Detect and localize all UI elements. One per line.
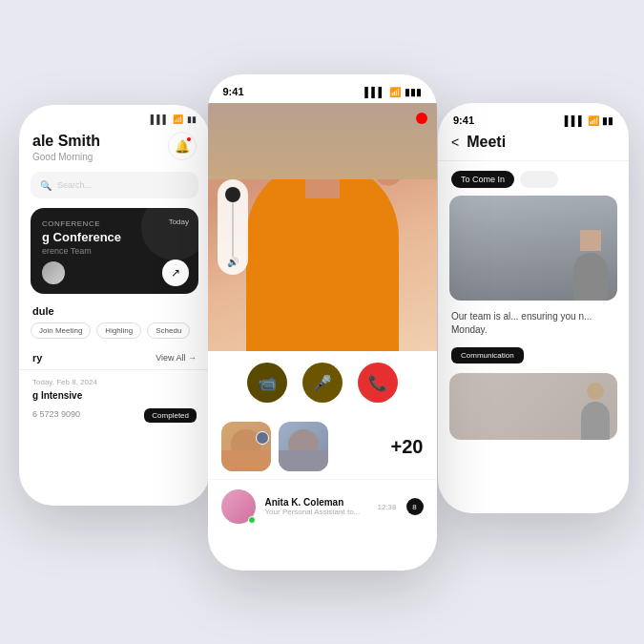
participant-count: +20 [391, 436, 424, 458]
right-battery-icon: ▮▮ [602, 115, 613, 126]
volume-slider[interactable]: 🔊 [218, 179, 248, 275]
conference-arrow-button[interactable]: ↗ [162, 260, 189, 286]
participant-body-2 [279, 450, 328, 471]
right-time: 9:41 [453, 114, 474, 126]
chat-name: Anita K. Coleman [265, 497, 368, 508]
conference-tag: Today [169, 218, 189, 226]
card-person-body [573, 253, 608, 301]
page-title: Meeti [467, 134, 506, 151]
video-off-icon: 📹 [258, 374, 277, 392]
participant-thumb-2 [279, 422, 328, 471]
right-signal-icon: ▌▌▌ [565, 115, 585, 126]
notification-dot [186, 136, 192, 142]
history-header: ry View All → [19, 348, 210, 369]
participant-body-1 [221, 450, 271, 471]
end-call-icon: 📞 [368, 374, 387, 392]
conference-avatar [42, 261, 65, 284]
center-battery-icon: ▮▮▮ [405, 87, 422, 97]
completed-button[interactable]: Completed [144, 408, 197, 423]
meeting-card-2 [449, 373, 617, 440]
right-wifi-icon: 📶 [588, 115, 599, 126]
participant-thumb-1 [221, 422, 271, 471]
call-controls: 📹 🎤 📞 [208, 351, 437, 414]
communication-badge: Communication [451, 347, 524, 364]
tab-row: To Come In [438, 161, 629, 196]
user-header: ale Smith Good Morning 🔔 [19, 128, 210, 172]
history-title: ry [32, 352, 42, 364]
back-button[interactable]: < [451, 135, 459, 150]
right-header: < Meeti [438, 134, 629, 161]
video-area: 🔊 [208, 103, 437, 351]
meeting-card2-person [581, 383, 610, 440]
chat-info: Anita K. Coleman Your Personal Assistant… [265, 497, 368, 516]
user-info: ale Smith Good Morning [32, 132, 100, 162]
history-item: Today, Feb 8, 2024 g Intensive 6 5723 90… [19, 369, 210, 430]
meeting-description: Our team is al... ensuring you n... Mond… [438, 310, 629, 344]
filter-schedule[interactable]: Schedu [147, 322, 190, 339]
search-bar[interactable]: 🔍 Search... [31, 172, 198, 198]
participant-badge [256, 431, 269, 445]
search-icon: 🔍 [40, 180, 52, 191]
mic-icon: 🎤 [313, 374, 332, 392]
conference-card[interactable]: Conference g Conference erence Team Toda… [31, 208, 198, 294]
video-toggle-button[interactable]: 📹 [247, 363, 287, 403]
right-status-bar: 9:41 ▌▌▌ 📶 ▮▮ [438, 103, 629, 134]
user-greeting: Good Morning [32, 152, 100, 162]
card2-person-body [581, 402, 610, 440]
chat-row[interactable]: Anita K. Coleman Your Personal Assistant… [208, 479, 437, 533]
center-signal-icon: ▌▌▌ [364, 87, 384, 97]
mute-button[interactable]: 🎤 [302, 363, 343, 403]
tab-other[interactable] [520, 171, 558, 188]
left-battery-icon: ▮▮ [187, 114, 197, 124]
filter-row: Join Meeting Highling Schedu [19, 322, 210, 348]
phone-right: 9:41 ▌▌▌ 📶 ▮▮ < Meeti To Come In Our tea… [438, 103, 629, 513]
center-status-bar: 9:41 ▌▌▌ 📶 ▮▮▮ [208, 74, 437, 103]
history-title-text: g Intensive [32, 390, 197, 401]
center-wifi-icon: 📶 [389, 87, 401, 97]
chat-badge: 8 [406, 498, 424, 515]
phone-center: 9:41 ▌▌▌ 📶 ▮▮▮ [208, 74, 437, 571]
filter-join[interactable]: Join Meeting [31, 322, 91, 339]
online-indicator [248, 516, 256, 524]
tab-to-come[interactable]: To Come In [451, 171, 514, 188]
video-bg-top [208, 103, 437, 179]
phone-left: ▌▌▌ 📶 ▮▮ ale Smith Good Morning 🔔 🔍 Sear… [19, 105, 210, 506]
volume-knob[interactable] [225, 187, 240, 202]
right-status-icons: ▌▌▌ 📶 ▮▮ [565, 115, 613, 126]
filter-highlight[interactable]: Highling [96, 322, 141, 339]
left-wifi-icon: 📶 [173, 114, 183, 124]
volume-icon: 🔊 [227, 257, 239, 267]
user-name: ale Smith [32, 132, 100, 150]
center-status-icons: ▌▌▌ 📶 ▮▮▮ [364, 87, 421, 97]
meeting-card-1 [449, 196, 617, 301]
schedule-title: dule [19, 305, 210, 322]
scene: ▌▌▌ 📶 ▮▮ ale Smith Good Morning 🔔 🔍 Sear… [0, 0, 644, 644]
view-all-link[interactable]: View All → [156, 353, 197, 363]
volume-track [232, 202, 234, 257]
chat-subtitle: Your Personal Assistant to... [265, 508, 368, 516]
history-phone: 6 5723 9090 [32, 409, 80, 419]
participants-row: +20 [208, 414, 437, 479]
end-call-button[interactable]: 📞 [358, 363, 398, 403]
chat-time: 12:38 [377, 503, 396, 511]
left-status-bar: ▌▌▌ 📶 ▮▮ [19, 105, 210, 128]
arrow-icon: ↗ [171, 266, 180, 280]
history-date: Today, Feb 8, 2024 [32, 378, 197, 386]
left-signal-icon: ▌▌▌ [151, 114, 169, 124]
recording-indicator [416, 113, 427, 124]
notification-button[interactable]: 🔔 [168, 132, 197, 160]
center-time: 9:41 [223, 86, 244, 97]
search-placeholder: Search... [57, 180, 92, 190]
chat-avatar [221, 489, 256, 524]
card-person-head [580, 230, 601, 251]
meeting-card-person [573, 230, 608, 301]
card2-person-head [587, 383, 604, 400]
